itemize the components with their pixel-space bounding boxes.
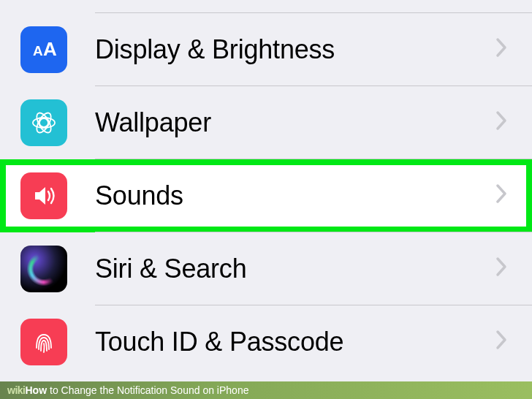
svg-point-2 — [39, 118, 48, 127]
settings-row-label: Display & Brightness — [95, 34, 495, 65]
settings-row-label: Wallpaper — [95, 107, 495, 138]
touchid-icon — [20, 319, 67, 365]
settings-row-display-brightness[interactable]: A A Display & Brightness — [0, 13, 532, 86]
chevron-right-icon — [495, 330, 509, 355]
settings-row-label: Sounds — [95, 180, 495, 211]
settings-row-label: Siri & Search — [95, 254, 495, 284]
wikihow-caption-bar: wikiHow to Change the Notification Sound… — [0, 381, 532, 399]
wikihow-title: to Change the Notification Sound on iPho… — [50, 384, 248, 396]
siri-icon — [20, 246, 67, 292]
chevron-right-icon — [495, 256, 509, 282]
display-brightness-icon: A A — [20, 26, 67, 73]
settings-row-touchid-passcode[interactable]: Touch ID & Passcode — [0, 305, 532, 379]
settings-list: A A Display & Brightness Wallpaper — [0, 0, 532, 379]
sounds-icon — [20, 172, 67, 219]
wikihow-how: How — [25, 384, 47, 396]
svg-text:A: A — [33, 43, 43, 58]
chevron-right-icon — [495, 37, 509, 63]
settings-row-label: Touch ID & Passcode — [95, 327, 495, 357]
chevron-right-icon — [495, 110, 509, 136]
svg-text:A: A — [43, 38, 57, 60]
svg-point-3 — [33, 118, 55, 128]
chevron-right-icon — [495, 183, 509, 209]
previous-row-partial — [95, 0, 532, 13]
settings-row-sounds[interactable]: Sounds — [0, 159, 532, 232]
settings-row-siri-search[interactable]: Siri & Search — [0, 232, 532, 305]
wikihow-brand: wiki — [7, 384, 25, 396]
wallpaper-icon — [20, 99, 67, 146]
settings-row-wallpaper[interactable]: Wallpaper — [0, 86, 532, 159]
